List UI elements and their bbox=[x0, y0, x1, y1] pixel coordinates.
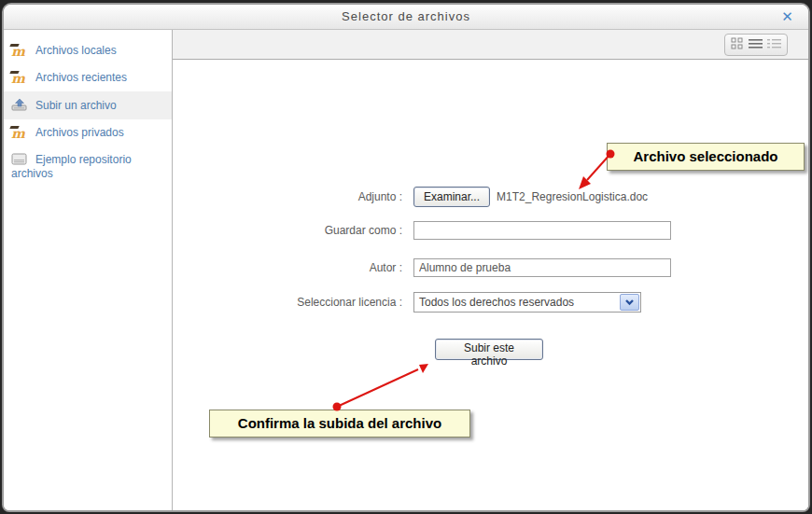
file-picker-dialog: Selector de archivos ✕ mArchivos locales… bbox=[2, 3, 810, 512]
moodle-repository-icon: m bbox=[11, 46, 29, 58]
license-select[interactable]: Todos los derechos reservados bbox=[413, 292, 641, 313]
sidebar-item-label: Archivos locales bbox=[35, 44, 117, 57]
main-panel: Adjunto : Examinar... M1T2_RegresionLogi… bbox=[173, 30, 808, 510]
upload-form: Adjunto : Examinar... M1T2_RegresionLogi… bbox=[173, 60, 808, 510]
license-label: Seleccionar licencia : bbox=[173, 296, 413, 309]
sidebar-item-archivos-privados[interactable]: mArchivos privados bbox=[4, 119, 172, 146]
sidebar-item-label: Archivos recientes bbox=[35, 71, 127, 84]
chevron-down-icon bbox=[620, 294, 639, 311]
moodle-repository-icon: m bbox=[11, 73, 29, 85]
attachment-label: Adjunto : bbox=[173, 190, 413, 203]
sidebar-item-archivos-locales[interactable]: mArchivos locales bbox=[4, 37, 172, 64]
view-mode-toggle[interactable] bbox=[724, 34, 788, 56]
sidebar-item-ejemplo-repositorio[interactable]: Ejemplo repositorio archivos bbox=[4, 146, 172, 188]
author-label: Autor : bbox=[173, 261, 413, 274]
dialog-titlebar: Selector de archivos ✕ bbox=[4, 5, 808, 30]
save-as-label: Guardar como : bbox=[173, 224, 413, 237]
sidebar-item-label: Subir un archivo bbox=[35, 99, 117, 112]
upload-file-button[interactable]: Subir este archivo bbox=[435, 339, 543, 360]
selected-filename: M1T2_RegresionLogistica.doc bbox=[497, 190, 648, 203]
author-input[interactable] bbox=[413, 258, 671, 277]
sidebar-item-archivos-recientes[interactable]: mArchivos recientes bbox=[4, 64, 172, 91]
sidebar-item-subir-un-archivo[interactable]: Subir un archivo bbox=[4, 91, 172, 119]
detail-view-icon[interactable] bbox=[767, 36, 781, 53]
repository-sidebar: mArchivos locales mArchivos recientes Su… bbox=[4, 30, 173, 510]
browse-button[interactable]: Examinar... bbox=[413, 187, 490, 207]
upload-tray-icon bbox=[11, 98, 29, 110]
license-selected-value: Todos los derechos reservados bbox=[414, 296, 620, 309]
close-icon[interactable]: ✕ bbox=[778, 5, 797, 29]
dialog-title: Selector de archivos bbox=[342, 9, 470, 23]
list-view-icon[interactable] bbox=[749, 36, 763, 53]
filesystem-repo-icon bbox=[11, 153, 29, 165]
sidebar-item-label: Ejemplo repositorio archivos bbox=[11, 153, 132, 180]
grid-view-icon[interactable] bbox=[731, 36, 743, 53]
picker-toolbar bbox=[173, 30, 808, 60]
moodle-repository-icon: m bbox=[11, 128, 29, 140]
save-as-input[interactable] bbox=[413, 221, 671, 240]
sidebar-item-label: Archivos privados bbox=[35, 126, 124, 139]
